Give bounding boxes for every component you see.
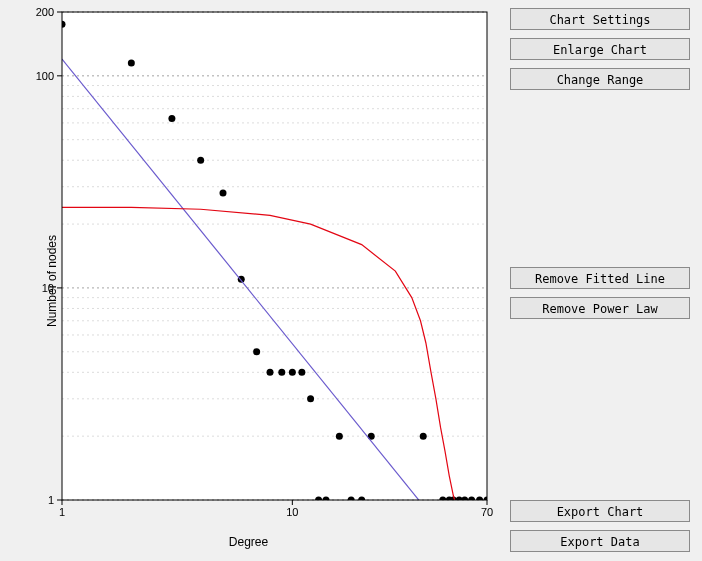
enlarge-chart-button[interactable]: Enlarge Chart <box>510 38 690 60</box>
svg-text:70: 70 <box>481 506 493 518</box>
svg-point-46 <box>289 369 296 376</box>
svg-point-40 <box>197 157 204 164</box>
svg-text:1: 1 <box>48 494 54 506</box>
svg-point-48 <box>307 395 314 402</box>
svg-point-51 <box>336 433 343 440</box>
svg-point-39 <box>168 115 175 122</box>
svg-text:100: 100 <box>36 70 54 82</box>
svg-point-55 <box>420 433 427 440</box>
degree-distribution-chart: 11010020011070 <box>2 2 495 539</box>
svg-point-45 <box>278 369 285 376</box>
export-chart-button[interactable]: Export Chart <box>510 500 690 522</box>
chart-settings-button[interactable]: Chart Settings <box>510 8 690 30</box>
svg-point-47 <box>298 369 305 376</box>
svg-point-41 <box>220 190 227 197</box>
svg-text:200: 200 <box>36 6 54 18</box>
svg-text:1: 1 <box>59 506 65 518</box>
x-axis-label: Degree <box>2 535 495 549</box>
y-axis-label: Number of nodes <box>45 234 59 326</box>
remove-fitted-line-button[interactable]: Remove Fitted Line <box>510 267 690 289</box>
change-range-button[interactable]: Change Range <box>510 68 690 90</box>
svg-point-38 <box>128 59 135 66</box>
export-data-button[interactable]: Export Data <box>510 530 690 552</box>
chart-panel: Number of nodes 11010020011070 Degree <box>2 2 495 559</box>
svg-text:10: 10 <box>286 506 298 518</box>
svg-point-43 <box>253 348 260 355</box>
svg-point-44 <box>267 369 274 376</box>
remove-power-law-button[interactable]: Remove Power Law <box>510 297 690 319</box>
